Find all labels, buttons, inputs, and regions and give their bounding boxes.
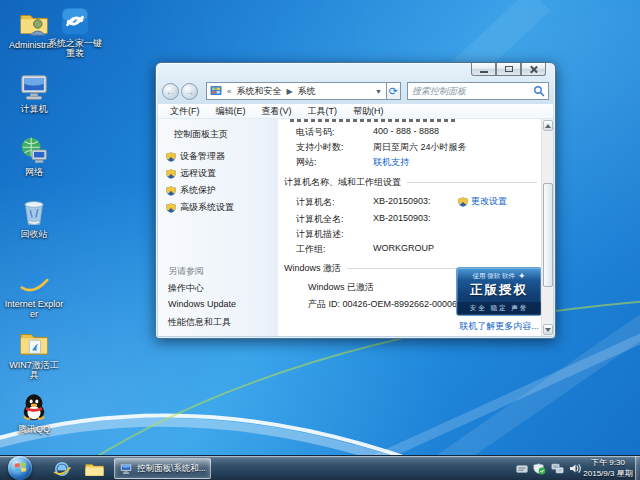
- maximize-button[interactable]: [496, 63, 521, 76]
- learn-more-online-link[interactable]: 联机了解更多内容...: [456, 320, 542, 333]
- sidebar-item-action-center[interactable]: 操作中心: [168, 282, 204, 295]
- search-icon[interactable]: [533, 85, 545, 97]
- internet-explorer-icon: [19, 267, 49, 297]
- window-caption-buttons: [471, 63, 546, 76]
- desktop-icon-internet-explorer[interactable]: Internet Explorer: [2, 267, 66, 319]
- clipped-scrolled-text-row: [290, 119, 458, 122]
- sidebar-item-advanced-system-settings[interactable]: 高级系统设置: [166, 201, 234, 214]
- badge-top-text: 使用 微软 软件: [472, 272, 515, 281]
- input-indicator-icon[interactable]: [516, 464, 528, 474]
- search-input[interactable]: [408, 86, 533, 96]
- network-tray-icon[interactable]: [551, 463, 564, 474]
- task-button-label: 控制面板\系统和...: [137, 463, 206, 475]
- badge-main-text: 正版授权: [457, 282, 541, 299]
- sidebar-item-remote-settings[interactable]: 远程设置: [166, 167, 216, 180]
- taskbar-task-control-panel-system[interactable]: 控制面板\系统和...: [114, 458, 211, 479]
- desktop-icon-label: 回收站: [21, 229, 48, 239]
- volume-icon[interactable]: [569, 463, 582, 474]
- sidebar-item-windows-update[interactable]: Windows Update: [168, 299, 236, 309]
- desktop-icon-label: 腾讯QQ: [18, 424, 50, 434]
- minimize-button[interactable]: [471, 63, 496, 76]
- folder-icon: [85, 461, 104, 477]
- system-content-pane: 电话号码: 400 - 888 - 8888 支持小时数: 周日至周六 24小时…: [278, 119, 553, 336]
- uac-shield-icon: [166, 169, 176, 179]
- refresh-button[interactable]: ⟳: [387, 82, 401, 100]
- scroll-down-button[interactable]: [543, 324, 553, 335]
- vertical-scrollbar[interactable]: [541, 119, 553, 336]
- taskbar-explorer-button[interactable]: [82, 458, 106, 479]
- menu-help[interactable]: 帮助(H): [345, 104, 392, 119]
- desktop-icon-qq[interactable]: 腾讯QQ: [2, 392, 66, 434]
- desktop-icon-label: 网络: [25, 167, 43, 177]
- menu-view[interactable]: 查看(V): [254, 104, 300, 119]
- desktop-icon-recycle-bin[interactable]: 回收站: [2, 197, 66, 239]
- taskbar: 控制面板\系统和...: [0, 455, 640, 480]
- desktop-icon-computer[interactable]: 计算机: [2, 72, 66, 114]
- navigation-bar: ← → « 系统和安全 ▶ 系统 ▼ ⟳: [162, 80, 549, 102]
- activation-status: Windows 已激活: [308, 281, 374, 294]
- desktop-wallpaper: Administra... 系统之家一键重装 计算机 网络: [0, 0, 640, 480]
- sidebar: 控制面板主页 设备管理器 远程设置: [158, 119, 278, 336]
- menu-file[interactable]: 文件(F): [162, 104, 208, 119]
- change-settings-action[interactable]: 更改设置: [458, 195, 507, 208]
- clock-time: 下午 9:30: [582, 457, 634, 468]
- change-settings-link[interactable]: 更改设置: [471, 195, 507, 208]
- scrollbar-thumb[interactable]: [543, 183, 553, 287]
- phone-number-label: 电话号码:: [296, 126, 335, 139]
- breadcrumb-system-security[interactable]: 系统和安全: [233, 85, 284, 98]
- internet-explorer-icon: [53, 460, 71, 478]
- see-also-header: 另请参阅: [168, 265, 204, 278]
- section-rule: [407, 182, 537, 183]
- sidebar-item-label: 高级系统设置: [180, 201, 234, 214]
- taskbar-clock[interactable]: 下午 9:30 2015/9/3 星期四: [582, 457, 634, 480]
- sidebar-item-label: 系统保护: [180, 184, 216, 197]
- computer-description-label: 计算机描述:: [296, 228, 344, 241]
- address-dropdown-icon[interactable]: ▼: [371, 88, 386, 95]
- sidebar-item-system-protection[interactable]: 系统保护: [166, 184, 216, 197]
- sidebar-item-label: 设备管理器: [180, 150, 225, 163]
- uac-shield-icon: [166, 203, 176, 213]
- close-button[interactable]: [521, 63, 546, 76]
- sidebar-item-performance-tools[interactable]: 性能信息和工具: [168, 316, 231, 329]
- uac-shield-icon: [166, 186, 176, 196]
- search-box: [407, 82, 549, 100]
- section-header-text: Windows 激活: [284, 262, 341, 275]
- address-bar[interactable]: « 系统和安全 ▶ 系统 ▼: [206, 82, 387, 100]
- clock-date: 2015/9/3 星期四: [582, 468, 634, 480]
- desktop-icon-network[interactable]: 网络: [2, 135, 66, 177]
- menu-tools[interactable]: 工具(T): [300, 104, 346, 119]
- start-button[interactable]: [8, 456, 32, 480]
- forward-icon: →: [185, 86, 195, 97]
- back-button[interactable]: ←: [162, 83, 179, 100]
- close-icon: [529, 65, 538, 74]
- desktop-icon-win7-activator[interactable]: WIN7激活工具: [2, 328, 66, 380]
- sidebar-item-control-panel-home[interactable]: 控制面板主页: [174, 128, 228, 141]
- breadcrumb-separator-icon[interactable]: ▶: [284, 87, 294, 96]
- online-support-link[interactable]: 联机支持: [373, 156, 409, 169]
- scroll-up-button[interactable]: [543, 120, 553, 131]
- network-icon: [19, 135, 49, 165]
- badge-top-row: 使用 微软 软件 ✦: [457, 268, 541, 281]
- computer-fullname-label: 计算机全名:: [296, 213, 344, 226]
- show-desktop-button[interactable]: [635, 456, 640, 480]
- badge-star-icon: ✦: [518, 271, 526, 281]
- system-window-icon: [119, 462, 133, 475]
- desktop-icon-xitongzhijia[interactable]: 系统之家一键重装: [42, 6, 108, 58]
- breadcrumb-system[interactable]: 系统: [295, 85, 319, 98]
- computer-name-value: XB-20150903:: [373, 196, 431, 206]
- refresh-icon: ⟳: [389, 85, 398, 97]
- taskbar-ie-button[interactable]: [50, 458, 74, 479]
- genuine-license-badge[interactable]: 使用 微软 软件 ✦ 正版授权 安全 稳定 声誉: [456, 267, 542, 316]
- sidebar-item-device-manager[interactable]: 设备管理器: [166, 150, 225, 163]
- menu-edit[interactable]: 编辑(E): [208, 104, 254, 119]
- breadcrumb-overflow-chevron[interactable]: «: [225, 87, 233, 96]
- support-hours-label: 支持小时数:: [296, 141, 344, 154]
- computer-name-section-header: 计算机名称、域和工作组设置: [284, 176, 537, 189]
- forward-button[interactable]: →: [181, 83, 198, 100]
- folder-tool-icon: [19, 328, 49, 358]
- desktop-icon-label: 计算机: [21, 104, 48, 114]
- workgroup-value: WORKGROUP: [373, 243, 434, 253]
- computer-icon: [19, 72, 49, 102]
- security-status-icon[interactable]: [533, 463, 546, 475]
- sidebar-item-label: 远程设置: [180, 167, 216, 180]
